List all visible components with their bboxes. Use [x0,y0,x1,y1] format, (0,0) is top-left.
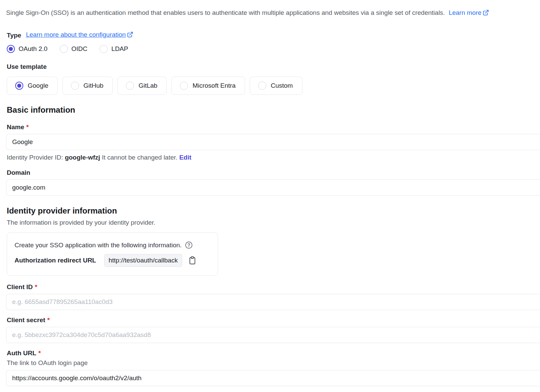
radio-selected-icon [7,45,15,53]
sso-configuration-form: Single Sign-On (SSO) is an authenticatio… [0,0,540,392]
template-card-google[interactable]: Google [7,77,58,95]
redirect-url-row: Authorization redirect URL http://test/o… [15,254,210,267]
help-icon[interactable] [185,241,193,249]
client-id-label: Client ID [7,283,33,291]
external-link-icon [483,9,489,18]
radio-unselected-icon [100,45,108,53]
template-card-custom[interactable]: Custom [250,77,302,95]
identity-provider-id-line: Identity Provider ID: google-wfzj It can… [7,153,540,162]
domain-input[interactable] [6,179,540,196]
idp-id-prefix: Identity Provider ID: [7,154,63,161]
radio-oauth2-label: OAuth 2.0 [19,45,48,53]
name-input[interactable] [6,134,540,150]
sso-description: Single Sign-On (SSO) is an authenticatio… [6,8,540,18]
configuration-docs-label: Learn more about the configuration [26,31,126,38]
required-asterisk: * [38,349,41,357]
configuration-docs-link[interactable]: Learn more about the configuration [26,30,133,40]
required-asterisk: * [35,283,37,291]
template-gitlab-label: GitLab [138,82,157,89]
sso-card-instruction-row: Create your SSO application with the fol… [15,241,210,249]
template-card-gitlab[interactable]: GitLab [117,77,167,95]
type-row: Type Learn more about the configuration [7,30,540,40]
use-template-label: Use template [7,63,540,71]
client-secret-input[interactable] [6,327,540,343]
radio-ldap-label: LDAP [111,45,128,53]
radio-unselected-icon [258,82,266,90]
domain-label: Domain [7,169,30,177]
radio-ldap[interactable]: LDAP [100,45,128,53]
template-card-microsoft-entra[interactable]: Microsoft Entra [171,77,245,95]
idp-id-suffix: It cannot be changed later. [102,154,178,161]
sso-description-text: Single Sign-On (SSO) is an authenticatio… [6,9,445,16]
radio-oidc[interactable]: OIDC [60,45,88,53]
redirect-url-label: Authorization redirect URL [15,257,96,264]
radio-unselected-icon [126,82,134,90]
copy-button[interactable] [188,256,196,265]
radio-unselected-icon [71,82,79,90]
idp-id-value: google-wfzj [65,154,100,161]
template-google-label: Google [28,82,48,89]
name-label-row: Name * [7,123,540,131]
auth-url-label: Auth URL [7,349,36,357]
learn-more-label: Learn more [449,9,481,16]
radio-selected-icon [15,82,23,90]
client-secret-label-row: Client secret * [7,316,540,324]
edit-link[interactable]: Edit [179,154,191,161]
template-card-github[interactable]: GitHub [62,77,113,95]
client-id-label-row: Client ID * [7,283,540,291]
idp-information-subtitle: The information is provided by your iden… [7,218,540,227]
radio-unselected-icon [60,45,68,53]
auth-url-input[interactable] [6,370,540,386]
type-options: OAuth 2.0 OIDC LDAP [7,45,540,53]
external-link-icon [127,31,133,40]
basic-information-heading: Basic information [7,105,540,115]
sso-card-instruction: Create your SSO application with the fol… [15,242,182,249]
radio-oidc-label: OIDC [72,45,88,53]
radio-unselected-icon [180,82,188,90]
type-label: Type [7,31,21,40]
idp-information-heading: Identity provider information [7,206,540,216]
template-options: Google GitHub GitLab Microsoft Entra Cus… [7,77,540,95]
client-id-input[interactable] [6,294,540,310]
auth-url-description: The link to OAuth login page [7,359,540,367]
client-secret-label: Client secret [7,316,45,324]
template-custom-label: Custom [271,82,293,89]
sso-application-info-card: Create your SSO application with the fol… [7,232,218,276]
required-asterisk: * [47,316,50,324]
radio-oauth2[interactable]: OAuth 2.0 [7,45,48,53]
learn-more-link[interactable]: Learn more [449,9,489,16]
template-github-label: GitHub [83,82,103,89]
domain-label-row: Domain [7,169,540,177]
template-entra-label: Microsoft Entra [192,82,236,89]
auth-url-label-row: Auth URL * [7,349,540,357]
redirect-url-value[interactable]: http://test/oauth/callback [104,254,182,267]
name-label: Name [7,123,24,131]
required-asterisk: * [26,123,29,131]
